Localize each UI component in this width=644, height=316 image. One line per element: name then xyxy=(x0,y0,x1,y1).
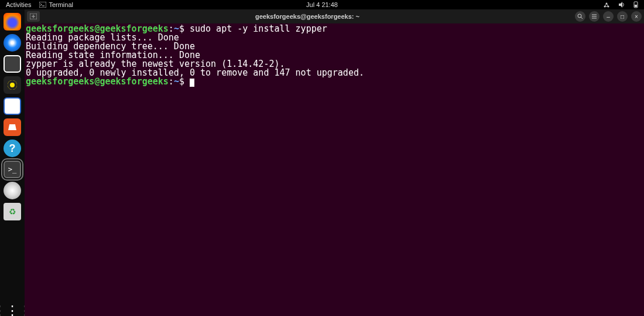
cursor xyxy=(190,79,194,87)
svg-marker-8 xyxy=(619,2,622,8)
new-tab-button[interactable] xyxy=(27,11,40,22)
menu-button[interactable] xyxy=(589,11,600,22)
terminal-content[interactable]: geeksforgeeks@geeksforgeeks:~$ sudo apt … xyxy=(25,23,644,316)
show-apps-icon[interactable]: ⋮⋮⋮ xyxy=(4,302,21,316)
close-button[interactable]: × xyxy=(631,11,642,22)
window-title: geeksforgeeks@geeksforgeeks: ~ xyxy=(43,13,571,20)
disk-icon[interactable] xyxy=(4,182,21,199)
topbar-app-indicator[interactable]: Terminal xyxy=(39,1,73,8)
software-center-icon[interactable] xyxy=(4,118,21,136)
svg-rect-10 xyxy=(635,5,637,7)
terminal-icon xyxy=(39,2,46,8)
libreoffice-writer-icon[interactable] xyxy=(4,97,21,115)
svg-line-6 xyxy=(607,4,608,6)
network-icon[interactable] xyxy=(603,2,610,8)
search-button[interactable] xyxy=(575,11,585,22)
help-icon[interactable]: ? xyxy=(4,140,21,157)
minimize-button[interactable]: – xyxy=(603,11,614,22)
svg-rect-0 xyxy=(39,2,46,8)
files-icon[interactable] xyxy=(4,55,21,73)
rhythmbox-icon[interactable] xyxy=(4,76,21,94)
volume-icon[interactable] xyxy=(618,2,625,8)
prompt-symbol: $ xyxy=(179,76,184,87)
maximize-button[interactable]: □ xyxy=(617,11,628,22)
svg-line-15 xyxy=(581,17,583,19)
prompt-user: geeksforgeeks@geeksforgeeks xyxy=(26,76,169,87)
trash-icon[interactable] xyxy=(4,203,21,220)
prompt-symbol: $ xyxy=(179,23,184,34)
svg-line-5 xyxy=(605,4,607,6)
prompt-path: ~ xyxy=(174,76,179,87)
thunderbird-icon[interactable] xyxy=(4,34,21,52)
firefox-icon[interactable] xyxy=(4,13,21,30)
topbar-app-label: Terminal xyxy=(49,1,73,8)
dock: ? >_ ⋮⋮⋮ xyxy=(0,9,25,316)
gnome-topbar: Activities Terminal Jul 4 21:48 xyxy=(0,0,644,9)
prompt-sep: : xyxy=(169,76,174,87)
clock[interactable]: Jul 4 21:48 xyxy=(306,1,338,8)
power-icon[interactable] xyxy=(633,1,638,8)
activities-button[interactable]: Activities xyxy=(6,1,31,8)
titlebar: geeksforgeeks@geeksforgeeks: ~ – □ × xyxy=(25,9,644,23)
terminal-window: geeksforgeeks@geeksforgeeks: ~ – □ × gee… xyxy=(25,9,644,316)
command-line: sudo apt -y install zypper xyxy=(190,23,327,34)
terminal-icon[interactable]: >_ xyxy=(4,161,21,178)
